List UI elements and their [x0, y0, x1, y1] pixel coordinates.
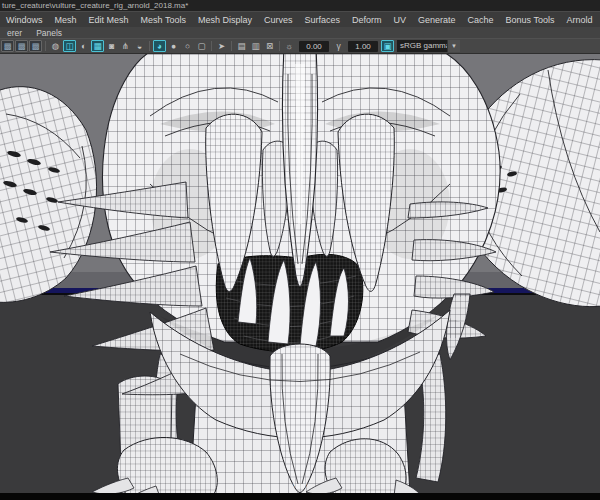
- stacked-frames-icon[interactable]: ▤: [235, 40, 248, 52]
- safe-action-icon[interactable]: ◒: [133, 40, 146, 52]
- panel-menu-panels[interactable]: Panels: [29, 28, 69, 38]
- view-transform-select[interactable]: sRGB gamma ▼: [397, 40, 460, 52]
- grease-pencil-icon[interactable]: ◍: [49, 40, 62, 52]
- viewport-toolbar: ▩ ▩ ▩ ◍ ◫ ◐ ▦ ◙ ⋔ ◒ ◕ ● ○ ▢ ➤ ▤ ▥ ⊠ ☼ 0.…: [0, 38, 600, 53]
- menu-mesh-tools[interactable]: Mesh Tools: [135, 15, 192, 25]
- camera-attributes-icon[interactable]: ▩: [29, 40, 42, 52]
- view-transform-value: sRGB gamma: [397, 40, 447, 52]
- toolbar-separator: [149, 41, 150, 51]
- motion-blur-icon[interactable]: ▢: [195, 40, 208, 52]
- exposure-icon[interactable]: ☼: [283, 40, 296, 52]
- exposure-field[interactable]: 0.00: [299, 41, 329, 52]
- viewport-canvas[interactable]: front: [0, 54, 600, 493]
- viewport-panel[interactable]: front: [0, 53, 600, 492]
- gate-mask-icon[interactable]: ◙: [105, 40, 118, 52]
- film-gate-icon[interactable]: ◐: [77, 40, 90, 52]
- menu-uv[interactable]: UV: [388, 15, 413, 25]
- gamma-icon[interactable]: γ: [332, 40, 345, 52]
- toolbar-separator: [211, 41, 212, 51]
- maya-window: ture_creature\vulture_creature_rig_arnol…: [0, 0, 600, 500]
- gamma-field[interactable]: 1.00: [348, 41, 378, 52]
- menu-generate[interactable]: Generate: [412, 15, 462, 25]
- menu-arnold[interactable]: Arnold: [560, 15, 598, 25]
- lock-camera-icon[interactable]: ▩: [15, 40, 28, 52]
- menu-edit-mesh[interactable]: Edit Mesh: [83, 15, 135, 25]
- overlay-frames-icon[interactable]: ▥: [249, 40, 262, 52]
- toolbar-separator: [279, 41, 280, 51]
- menu-mesh-display[interactable]: Mesh Display: [192, 15, 258, 25]
- camera-label: front: [293, 482, 307, 489]
- document-path: ture_creature\vulture_creature_rig_arnol…: [2, 1, 188, 10]
- menu-surfaces[interactable]: Surfaces: [298, 15, 346, 25]
- menu-deform[interactable]: Deform: [346, 15, 388, 25]
- panel-menu-bar: erer Panels: [0, 27, 600, 38]
- main-menu-bar: Windows Mesh Edit Mesh Mesh Tools Mesh D…: [0, 11, 600, 27]
- menu-bonus-tools[interactable]: Bonus Tools: [500, 15, 561, 25]
- screen-space-ao-icon[interactable]: ○: [181, 40, 194, 52]
- cursor-icon[interactable]: ➤: [215, 40, 228, 52]
- use-all-lights-icon[interactable]: ◕: [153, 40, 166, 52]
- select-camera-icon[interactable]: ▩: [1, 40, 14, 52]
- menu-cache[interactable]: Cache: [462, 15, 500, 25]
- title-bar: ture_creature\vulture_creature_rig_arnol…: [0, 0, 600, 11]
- toolbar-separator: [45, 41, 46, 51]
- frame-x-icon[interactable]: ⊠: [263, 40, 276, 52]
- panel-menu-renderer[interactable]: erer: [0, 28, 29, 38]
- grid-icon[interactable]: ◫: [63, 40, 76, 52]
- menu-mesh[interactable]: Mesh: [49, 15, 83, 25]
- resolution-gate-icon[interactable]: ▦: [91, 40, 104, 52]
- color-management-icon[interactable]: ▣: [381, 40, 394, 52]
- field-chart-icon[interactable]: ⋔: [119, 40, 132, 52]
- chevron-down-icon: ▼: [447, 40, 460, 52]
- shadows-icon[interactable]: ●: [167, 40, 180, 52]
- menu-windows[interactable]: Windows: [0, 15, 49, 25]
- toolbar-separator: [231, 41, 232, 51]
- bottom-bar: [0, 492, 600, 500]
- menu-curves[interactable]: Curves: [258, 15, 299, 25]
